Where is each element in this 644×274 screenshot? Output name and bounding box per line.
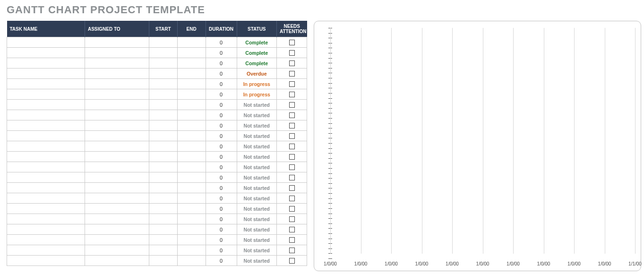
end-cell[interactable] bbox=[177, 162, 206, 172]
start-cell[interactable] bbox=[149, 110, 177, 120]
start-cell[interactable] bbox=[149, 89, 177, 100]
task-name-cell[interactable] bbox=[7, 37, 85, 48]
task-name-cell[interactable] bbox=[7, 48, 85, 58]
checkbox-icon[interactable] bbox=[289, 227, 295, 232]
checkbox-icon[interactable] bbox=[289, 185, 295, 191]
start-cell[interactable] bbox=[149, 37, 177, 48]
duration-cell[interactable]: 0 bbox=[206, 110, 237, 120]
needs-attention-cell[interactable] bbox=[277, 79, 307, 89]
needs-attention-cell[interactable] bbox=[277, 131, 307, 141]
needs-attention-cell[interactable] bbox=[277, 48, 307, 58]
duration-cell[interactable]: 0 bbox=[206, 48, 237, 58]
needs-attention-cell[interactable] bbox=[277, 141, 307, 152]
assigned-to-cell[interactable] bbox=[85, 245, 149, 256]
needs-attention-cell[interactable] bbox=[277, 172, 307, 183]
task-name-cell[interactable] bbox=[7, 131, 85, 141]
start-cell[interactable] bbox=[149, 120, 177, 131]
status-cell[interactable]: Not started bbox=[237, 183, 277, 193]
checkbox-icon[interactable] bbox=[289, 237, 295, 243]
end-cell[interactable] bbox=[177, 204, 206, 214]
start-cell[interactable] bbox=[149, 172, 177, 183]
start-cell[interactable] bbox=[149, 224, 177, 235]
end-cell[interactable] bbox=[177, 141, 206, 152]
needs-attention-cell[interactable] bbox=[277, 89, 307, 100]
assigned-to-cell[interactable] bbox=[85, 120, 149, 131]
assigned-to-cell[interactable] bbox=[85, 152, 149, 162]
start-cell[interactable] bbox=[149, 100, 177, 110]
task-name-cell[interactable] bbox=[7, 68, 85, 79]
checkbox-icon[interactable] bbox=[289, 102, 295, 108]
checkbox-icon[interactable] bbox=[289, 248, 295, 253]
start-cell[interactable] bbox=[149, 214, 177, 224]
assigned-to-cell[interactable] bbox=[85, 131, 149, 141]
needs-attention-cell[interactable] bbox=[277, 214, 307, 224]
task-name-cell[interactable] bbox=[7, 120, 85, 131]
status-cell[interactable]: Complete bbox=[237, 58, 277, 68]
duration-cell[interactable]: 0 bbox=[206, 141, 237, 152]
status-cell[interactable]: Not started bbox=[237, 110, 277, 120]
checkbox-icon[interactable] bbox=[289, 112, 295, 118]
duration-cell[interactable]: 0 bbox=[206, 193, 237, 204]
status-cell[interactable]: Not started bbox=[237, 162, 277, 172]
task-name-cell[interactable] bbox=[7, 224, 85, 235]
end-cell[interactable] bbox=[177, 235, 206, 245]
start-cell[interactable] bbox=[149, 183, 177, 193]
needs-attention-cell[interactable] bbox=[277, 37, 307, 48]
start-cell[interactable] bbox=[149, 162, 177, 172]
duration-cell[interactable]: 0 bbox=[206, 89, 237, 100]
assigned-to-cell[interactable] bbox=[85, 110, 149, 120]
task-name-cell[interactable] bbox=[7, 172, 85, 183]
needs-attention-cell[interactable] bbox=[277, 152, 307, 162]
end-cell[interactable] bbox=[177, 110, 206, 120]
task-name-cell[interactable] bbox=[7, 183, 85, 193]
start-cell[interactable] bbox=[149, 131, 177, 141]
status-cell[interactable]: Not started bbox=[237, 256, 277, 266]
end-cell[interactable] bbox=[177, 245, 206, 256]
assigned-to-cell[interactable] bbox=[85, 68, 149, 79]
assigned-to-cell[interactable] bbox=[85, 214, 149, 224]
assigned-to-cell[interactable] bbox=[85, 235, 149, 245]
status-cell[interactable]: Not started bbox=[237, 193, 277, 204]
assigned-to-cell[interactable] bbox=[85, 204, 149, 214]
checkbox-icon[interactable] bbox=[289, 133, 295, 139]
needs-attention-cell[interactable] bbox=[277, 162, 307, 172]
task-name-cell[interactable] bbox=[7, 256, 85, 266]
end-cell[interactable] bbox=[177, 152, 206, 162]
assigned-to-cell[interactable] bbox=[85, 37, 149, 48]
checkbox-icon[interactable] bbox=[289, 40, 295, 45]
duration-cell[interactable]: 0 bbox=[206, 204, 237, 214]
checkbox-icon[interactable] bbox=[289, 175, 295, 180]
checkbox-icon[interactable] bbox=[289, 164, 295, 170]
end-cell[interactable] bbox=[177, 131, 206, 141]
task-name-cell[interactable] bbox=[7, 79, 85, 89]
duration-cell[interactable]: 0 bbox=[206, 162, 237, 172]
start-cell[interactable] bbox=[149, 152, 177, 162]
status-cell[interactable]: Overdue bbox=[237, 68, 277, 79]
start-cell[interactable] bbox=[149, 235, 177, 245]
needs-attention-cell[interactable] bbox=[277, 235, 307, 245]
checkbox-icon[interactable] bbox=[289, 71, 295, 77]
status-cell[interactable]: Not started bbox=[237, 131, 277, 141]
duration-cell[interactable]: 0 bbox=[206, 256, 237, 266]
task-name-cell[interactable] bbox=[7, 235, 85, 245]
duration-cell[interactable]: 0 bbox=[206, 120, 237, 131]
assigned-to-cell[interactable] bbox=[85, 89, 149, 100]
end-cell[interactable] bbox=[177, 256, 206, 266]
task-name-cell[interactable] bbox=[7, 100, 85, 110]
duration-cell[interactable]: 0 bbox=[206, 68, 237, 79]
end-cell[interactable] bbox=[177, 224, 206, 235]
checkbox-icon[interactable] bbox=[289, 123, 295, 128]
end-cell[interactable] bbox=[177, 120, 206, 131]
task-name-cell[interactable] bbox=[7, 245, 85, 256]
needs-attention-cell[interactable] bbox=[277, 256, 307, 266]
assigned-to-cell[interactable] bbox=[85, 79, 149, 89]
checkbox-icon[interactable] bbox=[289, 206, 295, 212]
assigned-to-cell[interactable] bbox=[85, 141, 149, 152]
assigned-to-cell[interactable] bbox=[85, 58, 149, 68]
duration-cell[interactable]: 0 bbox=[206, 245, 237, 256]
duration-cell[interactable]: 0 bbox=[206, 214, 237, 224]
status-cell[interactable]: Not started bbox=[237, 172, 277, 183]
start-cell[interactable] bbox=[149, 141, 177, 152]
task-name-cell[interactable] bbox=[7, 110, 85, 120]
end-cell[interactable] bbox=[177, 214, 206, 224]
